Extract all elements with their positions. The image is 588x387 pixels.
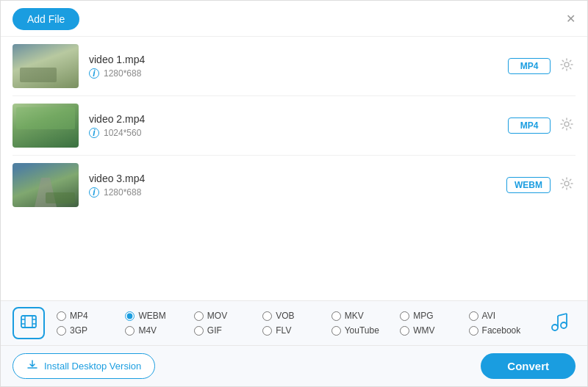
install-label: Install Desktop Version (44, 361, 141, 372)
format-radio-avi[interactable] (469, 311, 478, 321)
format-option-gif[interactable]: GIF (194, 324, 262, 337)
format-badge[interactable]: WEBM (506, 177, 551, 193)
format-option-facebook[interactable]: Facebook (469, 324, 537, 337)
format-radio-webm[interactable] (125, 311, 135, 321)
format-selector: MP4WEBMMOVVOBMKVMPGAVI3GPM4VGIFFLVYouTub… (1, 301, 587, 346)
format-label-vob: VOB (276, 311, 294, 321)
format-label-flv: FLV (276, 325, 291, 336)
format-badge[interactable]: MP4 (508, 117, 551, 134)
format-radio-m4v[interactable] (125, 326, 135, 336)
file-meta: i 1280*688 (89, 187, 506, 198)
format-label-mp4: MP4 (70, 311, 88, 321)
format-option-avi[interactable]: AVI (469, 309, 537, 322)
format-grid: MP4WEBMMOVVOBMKVMPGAVI3GPM4VGIFFLVYouTub… (57, 309, 537, 337)
file-resolution: 1280*688 (104, 187, 141, 198)
format-option-youtube[interactable]: YouTube (331, 324, 400, 337)
top-bar: Add File ✕ (1, 1, 587, 37)
music-icon-container (543, 307, 576, 339)
svg-point-10 (552, 325, 558, 330)
svg-point-2 (564, 181, 569, 186)
info-icon[interactable]: i (89, 128, 99, 138)
svg-point-11 (561, 322, 567, 328)
format-option-mp4[interactable]: MP4 (57, 309, 125, 322)
format-radio-wmv[interactable] (400, 326, 409, 336)
info-icon[interactable]: i (89, 68, 99, 79)
format-label-mpg: MPG (413, 311, 433, 321)
svg-line-13 (558, 314, 567, 316)
format-radio-facebook[interactable] (469, 326, 478, 336)
file-actions: WEBM (506, 175, 576, 196)
convert-button[interactable]: Convert (481, 353, 576, 379)
format-option-wmv[interactable]: WMV (400, 324, 468, 337)
file-list: video 1.mp4 i 1280*688 MP4 video 2.mp4 (1, 37, 587, 300)
settings-button[interactable] (558, 175, 576, 196)
file-item: video 2.mp4 i 1024*560 MP4 (12, 96, 576, 156)
settings-button[interactable] (558, 115, 576, 137)
file-meta: i 1280*688 (89, 68, 508, 79)
format-label-youtube: YouTube (345, 325, 379, 336)
file-item: video 1.mp4 i 1280*688 MP4 (12, 37, 576, 96)
install-desktop-button[interactable]: Install Desktop Version (12, 353, 155, 379)
svg-point-1 (564, 122, 569, 126)
format-radio-vob[interactable] (262, 311, 272, 321)
format-badge[interactable]: MP4 (508, 58, 551, 74)
format-label-webm: WEBM (138, 311, 165, 321)
file-info: video 2.mp4 i 1024*560 (89, 113, 508, 138)
format-option-3gp[interactable]: 3GP (57, 324, 125, 337)
info-icon[interactable]: i (89, 187, 99, 198)
app-container: Add File ✕ video 1.mp4 i 1280*688 MP4 (0, 0, 588, 387)
download-icon (26, 359, 38, 373)
format-radio-mkv[interactable] (331, 311, 341, 321)
file-thumbnail (12, 44, 79, 88)
file-name: video 1.mp4 (89, 54, 508, 65)
format-option-mpg[interactable]: MPG (400, 309, 468, 322)
svg-rect-3 (21, 316, 36, 328)
file-thumbnail (12, 163, 79, 207)
file-item: video 3.mp4 i 1280*688 WEBM (12, 156, 576, 214)
file-name: video 3.mp4 (89, 173, 506, 184)
format-label-3gp: 3GP (70, 325, 87, 336)
format-radio-3gp[interactable] (57, 326, 66, 336)
bottom-panel: MP4WEBMMOVVOBMKVMPGAVI3GPM4VGIFFLVYouTub… (1, 300, 587, 386)
format-label-mov: MOV (207, 311, 227, 321)
format-option-flv[interactable]: FLV (262, 324, 331, 337)
format-radio-youtube[interactable] (331, 326, 341, 336)
format-label-gif: GIF (207, 325, 222, 336)
format-radio-mov[interactable] (194, 311, 204, 321)
file-actions: MP4 (508, 115, 576, 137)
format-option-mov[interactable]: MOV (194, 309, 262, 322)
format-option-vob[interactable]: VOB (262, 309, 331, 322)
format-label-mkv: MKV (345, 311, 364, 321)
format-radio-gif[interactable] (194, 326, 204, 336)
format-label-m4v: M4V (138, 325, 157, 336)
film-icon (20, 313, 37, 333)
add-file-button[interactable]: Add File (12, 8, 79, 30)
action-bar: Install Desktop Version Convert (1, 346, 587, 386)
close-button[interactable]: ✕ (566, 13, 576, 25)
format-radio-mpg[interactable] (400, 311, 409, 321)
format-radio-mp4[interactable] (57, 311, 66, 321)
file-actions: MP4 (508, 56, 576, 77)
format-option-mkv[interactable]: MKV (331, 309, 400, 322)
format-option-m4v[interactable]: M4V (125, 324, 193, 337)
file-name: video 2.mp4 (89, 113, 508, 125)
file-info: video 3.mp4 i 1280*688 (89, 173, 506, 198)
file-info: video 1.mp4 i 1280*688 (89, 54, 508, 79)
file-resolution: 1024*560 (104, 128, 141, 138)
file-meta: i 1024*560 (89, 128, 508, 138)
file-resolution: 1280*688 (104, 68, 141, 79)
format-label-avi: AVI (482, 311, 495, 321)
file-thumbnail (12, 104, 79, 148)
music-icon (549, 311, 570, 335)
svg-point-0 (564, 62, 569, 67)
format-radio-flv[interactable] (262, 326, 272, 336)
film-icon-container (12, 307, 45, 339)
settings-button[interactable] (558, 56, 576, 77)
format-option-webm[interactable]: WEBM (125, 309, 193, 322)
format-label-facebook: Facebook (482, 325, 521, 336)
format-label-wmv: WMV (413, 325, 434, 336)
